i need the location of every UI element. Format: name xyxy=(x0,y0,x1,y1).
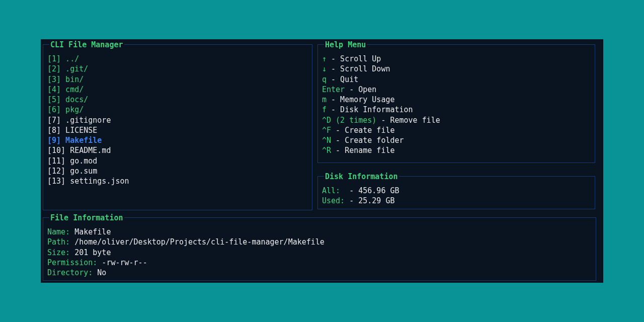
help-desc: - Create file xyxy=(331,126,394,135)
help-key: ^F xyxy=(322,126,331,135)
file-row[interactable]: [7] .gitignore xyxy=(47,115,308,125)
help-row: ^R - Rename file xyxy=(322,145,591,155)
disk-all-row: All: - 456.96 GB xyxy=(322,186,591,196)
help-key: f xyxy=(322,105,327,114)
help-desc: - Quit xyxy=(327,75,358,84)
file-list-panel: CLI File Manager [1] ../[2] .git/[3] bin… xyxy=(43,44,312,210)
file-row[interactable]: [6] pkg/ xyxy=(47,105,308,115)
info-dir-value: No xyxy=(93,268,106,277)
file-row[interactable]: [9] Makefile xyxy=(47,135,308,145)
file-row[interactable]: [12] go.sum xyxy=(47,166,308,176)
help-key: ^R xyxy=(322,146,331,155)
file-row[interactable]: [1] ../ xyxy=(47,54,308,64)
help-key: m xyxy=(322,95,327,104)
file-row[interactable]: [13] settings.json xyxy=(47,176,308,186)
help-desc: - Open xyxy=(345,85,376,94)
file-row[interactable]: [3] bin/ xyxy=(47,74,308,85)
info-name-row: Name: Makefile xyxy=(47,227,592,237)
help-desc: - Scroll Up xyxy=(327,54,381,63)
help-row: ^D (2 times) - Remove file xyxy=(322,115,591,125)
file-info-title: File Information xyxy=(49,213,124,223)
help-desc: - Rename file xyxy=(331,146,394,155)
help-panel: Help Menu ↑ - Scroll Up↓ - Scroll Downq … xyxy=(317,44,595,163)
info-dir-label: Directory: xyxy=(47,268,93,277)
disk-used-row: Used: - 25.29 GB xyxy=(322,196,591,206)
file-row[interactable]: [8] LICENSE xyxy=(47,125,308,135)
file-row[interactable]: [10] README.md xyxy=(47,145,308,155)
help-row: ↓ - Scroll Down xyxy=(322,64,591,74)
help-key: q xyxy=(322,75,327,84)
help-key: ↑ xyxy=(322,54,327,63)
disk-title: Disk Information xyxy=(324,172,399,182)
terminal-window: CLI File Manager [1] ../[2] .git/[3] bin… xyxy=(41,39,603,283)
file-row[interactable]: [5] docs/ xyxy=(47,95,308,105)
file-row[interactable]: [11] go.mod xyxy=(47,156,308,166)
help-row: ^F - Create file xyxy=(322,125,591,135)
help-key: ↓ xyxy=(322,64,327,73)
info-path-value: /home/oliver/Desktop/Projects/cli-file-m… xyxy=(70,237,325,247)
help-key: ^D (2 times) xyxy=(322,116,376,125)
disk-used-label: Used: xyxy=(322,196,345,205)
help-desc: - Create folder xyxy=(331,136,404,145)
help-row: ↑ - Scroll Up xyxy=(322,54,591,64)
file-list[interactable]: [1] ../[2] .git/[3] bin/[4] cmd/[5] docs… xyxy=(47,54,308,186)
help-row: m - Memory Usage xyxy=(322,95,591,105)
help-row: ^N - Create folder xyxy=(322,135,591,145)
help-title: Help Menu xyxy=(324,40,367,50)
info-size-value: 201 byte xyxy=(70,248,111,257)
help-desc: - Remove file xyxy=(376,116,440,125)
info-perm-row: Permission: -rw-rw-r-- xyxy=(47,258,592,268)
info-name-label: Name: xyxy=(47,227,70,236)
file-row[interactable]: [2] .git/ xyxy=(47,64,308,74)
help-desc: - Disk Information xyxy=(327,105,413,114)
help-key: ^N xyxy=(322,136,331,145)
help-row: Enter - Open xyxy=(322,85,591,95)
info-path-row: Path: /home/oliver/Desktop/Projects/cli-… xyxy=(47,237,592,247)
info-perm-label: Permission: xyxy=(47,258,97,267)
help-desc: - Scroll Down xyxy=(327,64,390,73)
disk-used-value: - 25.29 GB xyxy=(345,196,394,205)
help-desc: - Memory Usage xyxy=(327,95,394,104)
help-key: Enter xyxy=(322,85,345,94)
disk-panel: Disk Information All: - 456.96 GB Used: … xyxy=(317,176,595,209)
file-info-panel: File Information Name: Makefile Path: /h… xyxy=(43,217,596,281)
help-list: ↑ - Scroll Up↓ - Scroll Downq - QuitEnte… xyxy=(322,54,591,156)
file-list-title: CLI File Manager xyxy=(49,40,124,50)
disk-all-label: All: xyxy=(322,186,340,195)
info-perm-value: -rw-rw-r-- xyxy=(97,258,147,267)
file-row[interactable]: [4] cmd/ xyxy=(47,85,308,95)
help-row: f - Disk Information xyxy=(322,105,591,115)
help-row: q - Quit xyxy=(322,74,591,85)
disk-all-value: - 456.96 GB xyxy=(340,186,399,195)
info-size-row: Size: 201 byte xyxy=(47,248,592,258)
info-name-value: Makefile xyxy=(70,227,111,236)
info-dir-row: Directory: No xyxy=(47,268,592,278)
info-size-label: Size: xyxy=(47,248,70,257)
info-path-label: Path: xyxy=(47,237,70,247)
